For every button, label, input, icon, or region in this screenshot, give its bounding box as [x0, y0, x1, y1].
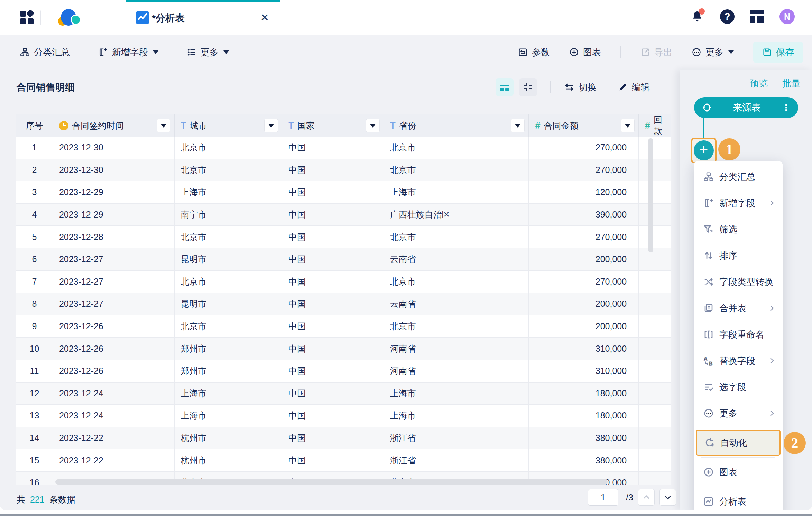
add-step-button[interactable]: + — [694, 140, 714, 160]
menu-item[interactable]: 合并表 — [694, 295, 783, 321]
preview-tab[interactable]: 预览 — [750, 77, 768, 90]
caret-down-icon — [153, 50, 158, 54]
export-button: 导出 — [640, 46, 672, 58]
cell-date: 2023-12-29 — [53, 204, 175, 226]
table-row[interactable]: 52023-12-28北京市中国北京市270,000 — [16, 226, 671, 248]
cell-city: 北京市 — [175, 315, 283, 338]
target-icon — [702, 102, 712, 113]
cell-city: 昆明市 — [175, 248, 283, 271]
table-row[interactable]: 122023-12-24上海市中国上海市180,000 — [16, 383, 671, 405]
table-row[interactable]: 92023-12-26北京市中国北京市200,000 — [16, 315, 671, 338]
column-header-province: T省份 — [384, 114, 529, 137]
page-input[interactable] — [588, 489, 618, 506]
brand-logo[interactable] — [58, 9, 81, 27]
horizontal-scrollbar[interactable] — [55, 479, 608, 485]
cell-idx: 9 — [16, 315, 53, 338]
cell-province: 上海市 — [384, 181, 529, 204]
table-row[interactable]: 132023-12-24上海市中国上海市180,000 — [16, 405, 671, 427]
cell-refund — [639, 248, 671, 271]
controls-divider — [550, 81, 551, 93]
save-button[interactable]: 保存 — [753, 42, 803, 63]
menu-item[interactable]: 图表 — [694, 459, 783, 485]
table-row[interactable]: 22023-12-30北京市中国北京市270,000 — [16, 159, 671, 182]
chart-button[interactable]: 图表 — [569, 46, 601, 58]
cell-province: 河南省 — [384, 338, 529, 360]
number-type-icon: # — [535, 120, 540, 131]
more-right-button[interactable]: 更多 — [692, 46, 734, 58]
column-filter-dropdown[interactable] — [265, 119, 278, 132]
record-total: 221 — [30, 495, 45, 505]
vertical-scrollbar[interactable] — [648, 138, 653, 252]
menu-item[interactable]: 字段类型转换 — [694, 269, 783, 295]
menu-item-icon — [703, 408, 714, 418]
column-filter-dropdown[interactable] — [157, 119, 170, 132]
cell-amount: 270,000 — [529, 137, 639, 159]
tab-close-icon[interactable]: ✕ — [260, 11, 269, 24]
cell-refund — [639, 405, 671, 427]
card-view-toggle[interactable] — [519, 78, 537, 96]
top-bar: *分析表 ✕ ? N — [0, 0, 812, 35]
tab-active-indicator — [126, 0, 280, 2]
column-filter-dropdown[interactable] — [366, 119, 379, 132]
avatar[interactable]: N — [779, 9, 795, 24]
table-row[interactable]: 42023-12-29南宁市中国广西壮族自治区390,000 — [16, 204, 671, 226]
cell-amount: 200,000 — [529, 248, 639, 271]
cell-idx: 14 — [16, 427, 53, 450]
workspace-layout-icon[interactable] — [750, 10, 764, 23]
cell-province: 北京市 — [384, 159, 529, 182]
cell-amount: 310,000 — [529, 338, 639, 360]
notifications-bell-icon[interactable] — [690, 9, 704, 24]
batch-tab[interactable]: 批量 — [782, 77, 800, 90]
flow-panel: 预览 批量 来源表 ⋮ + 1 分类汇总 新增字段 筛选 排序 字段类型转换 合… — [680, 70, 812, 510]
menu-item[interactable]: 替换字段 — [694, 348, 783, 374]
table-row[interactable]: 12023-12-30北京市中国北京市270,000 — [16, 137, 671, 159]
list-view-toggle[interactable] — [496, 78, 514, 96]
menu-item[interactable]: 筛选 — [694, 216, 783, 242]
menu-item[interactable]: 新增字段 — [694, 190, 783, 216]
cell-country: 中国 — [282, 226, 384, 248]
column-filter-dropdown[interactable] — [621, 119, 634, 132]
app-grid-icon[interactable] — [20, 11, 34, 25]
cell-date: 2023-12-28 — [53, 226, 175, 248]
menu-item[interactable]: 选字段 — [694, 374, 783, 400]
menu-divider — [701, 457, 775, 458]
cell-amount: 180,000 — [529, 405, 639, 427]
toolbar-divider — [620, 46, 621, 58]
list-view-icon — [500, 83, 509, 92]
switch-button[interactable]: 切换 — [564, 81, 597, 93]
edit-button[interactable]: 编辑 — [618, 81, 650, 93]
cell-idx: 11 — [16, 360, 53, 383]
table-row[interactable]: 82023-12-27昆明市中国云南省200,000 — [16, 293, 671, 315]
more-left-button[interactable]: 更多 — [187, 46, 229, 58]
table-row[interactable]: 32023-12-29上海市中国上海市120,000 — [16, 181, 671, 204]
page-down-button[interactable] — [659, 489, 676, 506]
add-field-button[interactable]: 新增字段 — [98, 46, 158, 58]
help-icon[interactable]: ? — [720, 9, 735, 24]
table-row[interactable]: 72023-12-27北京市中国北京市270,000 — [16, 271, 671, 293]
table-row[interactable]: 62023-12-27昆明市中国云南省200,000 — [16, 248, 671, 271]
table-row[interactable]: 102023-12-26郑州市中国河南省310,000 — [16, 338, 671, 360]
group-summary-button[interactable]: 分类汇总 — [20, 46, 70, 58]
table-row[interactable]: 152023-12-22杭州市中国浙江省380,000 — [16, 449, 671, 472]
menu-item-icon — [703, 356, 714, 366]
column-header-country: T国家 — [282, 114, 384, 137]
menu-item[interactable]: 更多 — [694, 400, 783, 426]
menu-item[interactable]: 字段重命名 — [694, 321, 783, 348]
params-button[interactable]: 参数 — [518, 46, 550, 58]
node-more-icon[interactable]: ⋮ — [782, 102, 791, 113]
column-header-refund: #回款 — [639, 114, 671, 137]
page-up-button[interactable] — [638, 489, 655, 506]
cell-province: 北京市 — [384, 271, 529, 293]
date-type-icon — [59, 121, 68, 130]
cell-province: 浙江省 — [384, 427, 529, 450]
text-type-icon: T — [181, 120, 186, 131]
menu-item[interactable]: 自动化 2 — [696, 430, 781, 456]
menu-item-icon — [703, 224, 714, 234]
column-filter-dropdown[interactable] — [511, 119, 524, 132]
table-row[interactable]: 142023-12-22杭州市中国浙江省380,000 — [16, 427, 671, 450]
source-table-node[interactable]: 来源表 ⋮ — [694, 97, 798, 118]
menu-item[interactable]: 排序 — [694, 242, 783, 269]
menu-item[interactable]: 分类汇总 — [694, 164, 783, 190]
tab-analysis-table[interactable]: *分析表 ✕ — [126, 0, 280, 35]
table-row[interactable]: 112023-12-26郑州市中国河南省310,000 — [16, 360, 671, 383]
